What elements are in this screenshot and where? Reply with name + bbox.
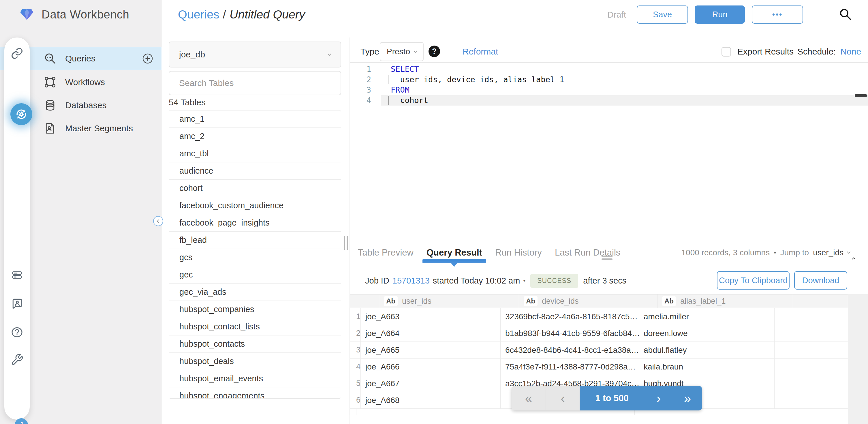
wrench-icon[interactable] xyxy=(11,353,23,366)
sql-columns: user_ids, device_ids, alias_label_1 xyxy=(379,74,564,85)
column-header-device-ids[interactable]: Ab device_ids xyxy=(519,295,657,308)
cell-empty xyxy=(775,342,829,358)
row-number: 2 xyxy=(350,325,361,341)
breadcrumb-queries-link[interactable]: Queries xyxy=(178,8,219,21)
row-number: 3 xyxy=(350,342,361,358)
column-header-empty xyxy=(793,295,848,308)
table-row[interactable]: 2 joe_A664 b1ab983f-b944-41cb-9559-6facb… xyxy=(350,325,848,342)
more-options-button[interactable]: ••• xyxy=(752,5,803,24)
tab-run-history[interactable]: Run History xyxy=(494,247,543,258)
table-list: amc_1 amc_2 amc_tbl audience cohort face… xyxy=(169,110,341,399)
save-button[interactable]: Save xyxy=(637,5,688,24)
app-logo-icon xyxy=(20,8,33,21)
database-select[interactable]: joe_db xyxy=(169,41,341,67)
search-icon[interactable] xyxy=(838,7,853,22)
schedule-group: Schedule: None xyxy=(797,42,861,61)
page-title[interactable]: Untitled Query xyxy=(229,8,305,21)
jump-to-column-select[interactable]: user_ids xyxy=(813,248,843,257)
type-label: Type: xyxy=(361,42,381,61)
cell-user-ids: joe_A666 xyxy=(361,359,501,375)
table-list-item[interactable]: gec_via_ads xyxy=(169,283,341,301)
contact-card-icon[interactable] xyxy=(11,297,23,310)
table-list-item[interactable]: hubspot_companies xyxy=(169,301,341,318)
copy-to-clipboard-button[interactable]: Copy To Clipboard xyxy=(717,271,789,290)
sidebar-header: Data Workbench xyxy=(0,0,161,29)
toggles-icon[interactable] xyxy=(11,269,23,281)
chevron-up-icon xyxy=(852,257,856,261)
prev-page-button[interactable]: ‹ xyxy=(546,386,580,411)
table-list-item[interactable]: amc_2 xyxy=(169,128,341,145)
query-type-select[interactable]: Presto xyxy=(380,42,424,61)
table-list-item[interactable]: amc_tbl xyxy=(169,145,341,162)
job-status-line: Job ID 15701313 started Today 10:02 am •… xyxy=(365,271,626,290)
table-list-item[interactable]: gec xyxy=(169,266,341,283)
results-meta: 1000 records, 3 columns • Jump to user_i… xyxy=(663,244,850,261)
column-header-user-ids[interactable]: Ab user_ids xyxy=(379,295,519,308)
last-page-button[interactable]: » xyxy=(673,391,702,405)
table-list-item[interactable]: hubspot_email_events xyxy=(169,370,341,387)
chevron-left-icon xyxy=(157,219,161,223)
cell-device-ids: 6c432de8-84b6-4c41-8cc1-e1a38a… xyxy=(501,342,639,358)
job-id-link[interactable]: 15701313 xyxy=(393,276,430,285)
next-page-button[interactable]: › xyxy=(644,391,673,405)
help-button[interactable]: ? xyxy=(429,46,440,57)
first-page-button[interactable]: « xyxy=(512,386,546,411)
editor-scrollbar-thumb[interactable] xyxy=(855,94,867,97)
table-search xyxy=(169,71,341,95)
cell-user-ids: joe_A665 xyxy=(361,342,501,358)
bullet: • xyxy=(774,249,776,257)
export-results-group: Export Results xyxy=(721,42,794,61)
row-number-header xyxy=(350,295,379,308)
collapse-results-button[interactable] xyxy=(852,256,859,262)
tab-table-preview[interactable]: Table Preview xyxy=(357,247,415,258)
sync-gear-button[interactable] xyxy=(10,103,32,125)
tab-query-result[interactable]: Query Result xyxy=(425,247,483,258)
export-results-checkbox[interactable] xyxy=(721,47,731,57)
table-row[interactable]: 3 joe_A665 6c432de8-84b6-4c41-8cc1-e1a38… xyxy=(350,342,848,359)
cell-alias-label: abdul.flatley xyxy=(639,342,775,358)
results-resize-handle[interactable] xyxy=(601,255,613,261)
table-row[interactable]: 1 joe_A663 32369bcf-8ae2-4a6a-8165-8187c… xyxy=(350,308,848,325)
table-list-item[interactable]: facebook_custom_audience xyxy=(169,197,341,214)
draft-status: Draft xyxy=(607,0,626,29)
help-icon[interactable] xyxy=(11,326,23,339)
download-button[interactable]: Download xyxy=(794,271,847,290)
table-list-item[interactable]: hubspot_deals xyxy=(169,353,341,370)
sidebar-item-label: Databases xyxy=(65,100,106,110)
sql-editor[interactable]: 1 SELECT 2 user_ids, device_ids, alias_l… xyxy=(350,64,868,105)
queries-search-icon xyxy=(44,52,57,65)
cell-user-ids: joe_A668 xyxy=(361,392,501,408)
panel-resize-handle[interactable] xyxy=(344,236,348,250)
reformat-link[interactable]: Reformat xyxy=(463,42,498,61)
code-line: 2 user_ids, device_ids, alias_label_1 xyxy=(350,74,868,85)
table-list-item[interactable]: hubspot_contacts xyxy=(169,335,341,353)
table-list-item[interactable]: hubspot_engagements xyxy=(169,387,341,399)
table-search-input[interactable] xyxy=(169,71,341,95)
collapse-panel-button[interactable] xyxy=(153,216,163,226)
code-line-active: 4 cohort xyxy=(350,95,868,105)
app-title: Data Workbench xyxy=(41,8,129,21)
column-header-alias-label-1[interactable]: Ab alias_label_1 xyxy=(657,295,793,308)
table-list-item[interactable]: fb_lead xyxy=(169,232,341,249)
job-id-label: Job ID xyxy=(365,276,389,285)
table-list-item[interactable]: amc_1 xyxy=(169,111,341,128)
cell-device-ids: 75a4f3e7-f911-4388-8777-0d298a… xyxy=(501,359,639,375)
run-button[interactable]: Run xyxy=(695,5,745,24)
link-icon[interactable] xyxy=(11,47,23,60)
bullet: • xyxy=(523,277,525,284)
add-query-button[interactable] xyxy=(142,53,153,64)
breadcrumb: Queries / Untitled Query xyxy=(178,0,305,29)
active-line-highlight xyxy=(381,95,868,105)
table-list-item[interactable]: gcs xyxy=(169,249,341,266)
table-list-item[interactable]: cohort xyxy=(169,180,341,197)
cell-alias-label: kaila.braun xyxy=(639,359,775,375)
table-list-item[interactable]: facebook_page_insights xyxy=(169,214,341,232)
row-number: 5 xyxy=(350,375,361,392)
table-list-item[interactable]: audience xyxy=(169,162,341,180)
schedule-value-link[interactable]: None xyxy=(840,47,861,57)
sidebar-item-label: Workflows xyxy=(65,77,105,87)
row-number: 1 xyxy=(350,308,361,325)
line-number: 3 xyxy=(350,85,379,95)
table-row[interactable]: 4 joe_A666 75a4f3e7-f911-4388-8777-0d298… xyxy=(350,359,848,375)
table-list-item[interactable]: hubspot_contact_lists xyxy=(169,318,341,335)
